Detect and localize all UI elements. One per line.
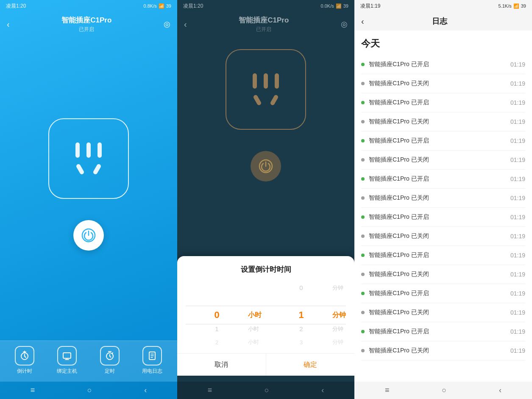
nav-countdown-1[interactable]: 倒计时	[15, 346, 34, 375]
log-item: 智能插座C1Pro 已开启01:19	[361, 246, 525, 265]
power-button-2[interactable]	[251, 151, 281, 181]
log-item: 智能插座C1Pro 已开启01:19	[361, 170, 525, 189]
log-item-left: 智能插座C1Pro 已开启	[361, 251, 429, 259]
log-item: 智能插座C1Pro 已关闭01:19	[361, 112, 525, 131]
log-item-time: 01:19	[510, 271, 525, 278]
mlbl-selected: 分钟	[332, 308, 346, 323]
device-title-2: 智能插座C1Pro	[239, 15, 289, 25]
log-item-time: 01:19	[510, 195, 525, 201]
pin-3	[97, 142, 102, 158]
mlbl-1: 分钟	[332, 281, 343, 294]
power-button-1[interactable]	[73, 220, 104, 251]
dialog-title: 设置倒计时时间	[177, 265, 354, 274]
log-item-text: 智能插座C1Pro 已关闭	[369, 118, 429, 126]
log-item-time: 01:19	[510, 214, 525, 220]
log-item-time: 01:19	[510, 80, 525, 87]
log-item-text: 智能插座C1Pro 已关闭	[369, 156, 429, 164]
nav-power-log-1[interactable]: 用电日志	[142, 346, 162, 375]
back-button-1[interactable]: ‹	[7, 20, 10, 29]
pin-1	[75, 142, 80, 158]
log-item: 智能插座C1Pro 已开启01:19	[361, 131, 525, 151]
log-item-left: 智能插座C1Pro 已开启	[361, 61, 429, 68]
pin-bottom-right-1	[92, 163, 102, 175]
log-item-text: 智能插座C1Pro 已开启	[369, 251, 429, 259]
log-item-text: 智能插座C1Pro 已开启	[369, 213, 429, 221]
log-item-time: 01:19	[510, 156, 525, 163]
log-status-dot	[361, 330, 365, 333]
home-button-3[interactable]: ○	[442, 386, 446, 395]
log-status-dot	[361, 349, 365, 352]
back-button-3[interactable]: ‹	[361, 17, 364, 26]
device-status-2: 已开启	[239, 26, 289, 33]
log-item-time: 01:19	[510, 118, 525, 125]
header-1: ‹ 智能插座C1Pro 已开启 ◎	[0, 12, 177, 36]
min-row-selected: 1	[298, 308, 304, 323]
battery-icon-1: 39	[166, 3, 171, 8]
time-1: 凌晨1:20	[6, 3, 26, 10]
log-item-left: 智能插座C1Pro 已开启	[361, 213, 429, 221]
settings-button-2[interactable]: ◎	[341, 20, 348, 29]
log-item-time: 01:19	[510, 99, 525, 106]
log-item: 智能插座C1Pro 已关闭01:19	[361, 151, 525, 170]
log-item-text: 智能插座C1Pro 已开启	[369, 137, 429, 145]
power-log-icon-1	[142, 346, 162, 366]
log-item-left: 智能插座C1Pro 已关闭	[361, 194, 429, 202]
log-status-dot	[361, 158, 365, 162]
signal-icon-3: 📶	[513, 3, 519, 9]
log-item-left: 智能插座C1Pro 已关闭	[361, 271, 429, 278]
nav-bind-host-1[interactable]: 绑定主机	[57, 346, 77, 375]
home-button-1[interactable]: ○	[87, 386, 92, 395]
hlbl-selected: 小时	[248, 308, 262, 323]
timer-icon-1	[100, 346, 120, 366]
status-icons-2: 0.0K/s 📶 39	[321, 3, 348, 9]
status-icons-3: 5.1K/s 📶 39	[499, 3, 526, 9]
header-center-1: 智能插座C1Pro 已开启	[61, 15, 111, 33]
back-system-button-3[interactable]: ‹	[499, 386, 501, 395]
log-item: 智能插座C1Pro 已关闭01:19	[361, 303, 525, 322]
network-speed-2: 0.0K/s	[321, 3, 334, 8]
nav-countdown-label-1: 倒计时	[17, 368, 32, 375]
log-title: 日志	[432, 16, 447, 26]
hours-picker[interactable]: 0 1 2	[186, 281, 248, 349]
menu-button-3[interactable]: ≡	[385, 386, 390, 395]
log-header: ‹ 日志	[354, 12, 532, 31]
log-item: 智能插座C1Pro 已开启01:19	[361, 322, 525, 341]
hlbl-3: 小时	[248, 322, 259, 335]
min-row-above: 0	[299, 281, 303, 294]
log-item-left: 智能插座C1Pro 已关闭	[361, 118, 429, 126]
log-status-dot	[361, 311, 365, 314]
log-item-time: 01:19	[510, 61, 525, 68]
log-item-text: 智能插座C1Pro 已开启	[369, 328, 429, 335]
status-bar-1: 凌晨1:20 0.8K/s 📶 39	[0, 0, 177, 12]
nav-timer-1[interactable]: 定时	[100, 346, 120, 375]
min-row-below: 2	[299, 322, 303, 335]
dialog-actions: 取消 确定	[177, 353, 354, 376]
screen1: 凌晨1:20 0.8K/s 📶 39 ‹ 智能插座C1Pro 已开启 ◎	[0, 0, 177, 399]
battery-icon-3: 39	[521, 3, 526, 8]
minutes-picker[interactable]: 0 1 2 3	[270, 281, 332, 349]
menu-button-1[interactable]: ≡	[31, 386, 35, 395]
system-bar-1: ≡ ○ ‹	[0, 382, 177, 399]
log-item-text: 智能插座C1Pro 已关闭	[369, 271, 429, 278]
bind-host-icon-1	[57, 346, 77, 366]
back-system-button-1[interactable]: ‹	[144, 386, 147, 395]
log-item-left: 智能插座C1Pro 已关闭	[361, 347, 429, 354]
hlbl-4: 小时	[248, 336, 259, 349]
status-bar-3: 凌晨1:19 5.1K/s 📶 39	[354, 0, 532, 12]
log-status-dot	[361, 196, 365, 200]
back-button-2[interactable]: ‹	[184, 20, 187, 29]
cancel-button[interactable]: 取消	[177, 354, 266, 376]
time-2: 凌晨1:20	[183, 3, 203, 10]
system-bar-3: ≡ ○ ‹	[354, 382, 532, 399]
home-button-2[interactable]: ○	[265, 386, 269, 395]
log-item-text: 智能插座C1Pro 已开启	[369, 61, 429, 68]
device-title-1: 智能插座C1Pro	[61, 15, 111, 25]
network-speed-1: 0.8K/s	[144, 3, 157, 8]
confirm-button[interactable]: 确定	[266, 354, 355, 376]
menu-button-2[interactable]: ≡	[208, 386, 212, 395]
settings-button-1[interactable]: ◎	[164, 20, 170, 29]
bottom-nav-1: 倒计时 绑定主机 定时	[0, 340, 177, 382]
log-item-text: 智能插座C1Pro 已开启	[369, 290, 429, 297]
back-system-button-2[interactable]: ‹	[321, 386, 324, 395]
socket-icon-2	[226, 49, 306, 130]
